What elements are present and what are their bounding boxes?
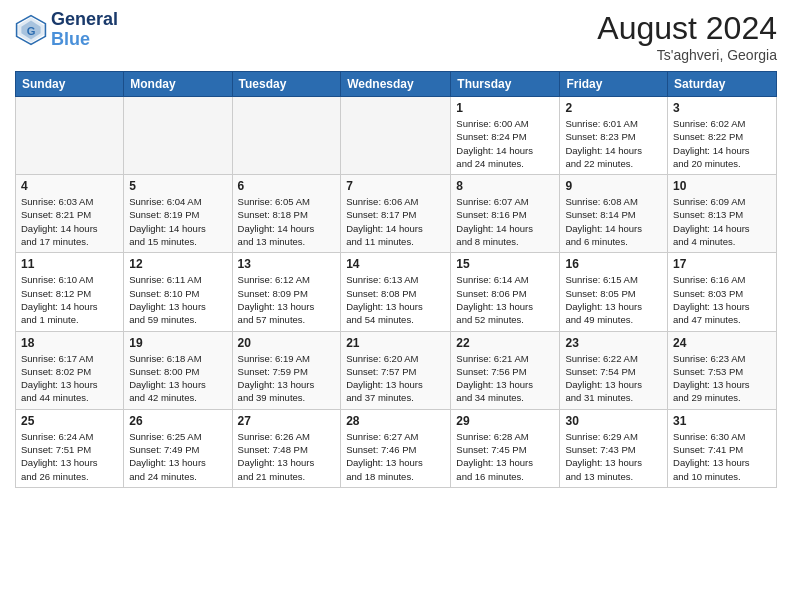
calendar-week-4: 18Sunrise: 6:17 AM Sunset: 8:02 PM Dayli… bbox=[16, 331, 777, 409]
calendar-cell: 19Sunrise: 6:18 AM Sunset: 8:00 PM Dayli… bbox=[124, 331, 232, 409]
day-info: Sunrise: 6:21 AM Sunset: 7:56 PM Dayligh… bbox=[456, 352, 554, 405]
calendar-week-2: 4Sunrise: 6:03 AM Sunset: 8:21 PM Daylig… bbox=[16, 175, 777, 253]
day-info: Sunrise: 6:23 AM Sunset: 7:53 PM Dayligh… bbox=[673, 352, 771, 405]
calendar-cell: 21Sunrise: 6:20 AM Sunset: 7:57 PM Dayli… bbox=[341, 331, 451, 409]
day-number: 15 bbox=[456, 257, 554, 271]
day-number: 31 bbox=[673, 414, 771, 428]
day-number: 18 bbox=[21, 336, 118, 350]
day-number: 5 bbox=[129, 179, 226, 193]
day-info: Sunrise: 6:05 AM Sunset: 8:18 PM Dayligh… bbox=[238, 195, 336, 248]
calendar-cell: 4Sunrise: 6:03 AM Sunset: 8:21 PM Daylig… bbox=[16, 175, 124, 253]
day-number: 2 bbox=[565, 101, 662, 115]
calendar-header-sunday: Sunday bbox=[16, 72, 124, 97]
day-info: Sunrise: 6:03 AM Sunset: 8:21 PM Dayligh… bbox=[21, 195, 118, 248]
day-info: Sunrise: 6:15 AM Sunset: 8:05 PM Dayligh… bbox=[565, 273, 662, 326]
page: G General Blue August 2024 Ts'aghveri, G… bbox=[0, 0, 792, 612]
logo-icon: G bbox=[15, 14, 47, 46]
day-info: Sunrise: 6:09 AM Sunset: 8:13 PM Dayligh… bbox=[673, 195, 771, 248]
day-info: Sunrise: 6:28 AM Sunset: 7:45 PM Dayligh… bbox=[456, 430, 554, 483]
calendar-header-saturday: Saturday bbox=[668, 72, 777, 97]
calendar-cell: 16Sunrise: 6:15 AM Sunset: 8:05 PM Dayli… bbox=[560, 253, 668, 331]
calendar-cell: 13Sunrise: 6:12 AM Sunset: 8:09 PM Dayli… bbox=[232, 253, 341, 331]
header: G General Blue August 2024 Ts'aghveri, G… bbox=[15, 10, 777, 63]
calendar-cell: 12Sunrise: 6:11 AM Sunset: 8:10 PM Dayli… bbox=[124, 253, 232, 331]
day-number: 22 bbox=[456, 336, 554, 350]
day-number: 7 bbox=[346, 179, 445, 193]
calendar-cell: 31Sunrise: 6:30 AM Sunset: 7:41 PM Dayli… bbox=[668, 409, 777, 487]
svg-text:G: G bbox=[27, 25, 36, 37]
day-info: Sunrise: 6:29 AM Sunset: 7:43 PM Dayligh… bbox=[565, 430, 662, 483]
calendar-week-5: 25Sunrise: 6:24 AM Sunset: 7:51 PM Dayli… bbox=[16, 409, 777, 487]
calendar-cell: 23Sunrise: 6:22 AM Sunset: 7:54 PM Dayli… bbox=[560, 331, 668, 409]
calendar-cell: 22Sunrise: 6:21 AM Sunset: 7:56 PM Dayli… bbox=[451, 331, 560, 409]
location: Ts'aghveri, Georgia bbox=[597, 47, 777, 63]
calendar-cell: 9Sunrise: 6:08 AM Sunset: 8:14 PM Daylig… bbox=[560, 175, 668, 253]
day-info: Sunrise: 6:08 AM Sunset: 8:14 PM Dayligh… bbox=[565, 195, 662, 248]
day-info: Sunrise: 6:30 AM Sunset: 7:41 PM Dayligh… bbox=[673, 430, 771, 483]
calendar-cell bbox=[341, 97, 451, 175]
calendar-cell: 27Sunrise: 6:26 AM Sunset: 7:48 PM Dayli… bbox=[232, 409, 341, 487]
day-number: 21 bbox=[346, 336, 445, 350]
calendar-cell: 15Sunrise: 6:14 AM Sunset: 8:06 PM Dayli… bbox=[451, 253, 560, 331]
day-number: 28 bbox=[346, 414, 445, 428]
day-number: 25 bbox=[21, 414, 118, 428]
day-info: Sunrise: 6:12 AM Sunset: 8:09 PM Dayligh… bbox=[238, 273, 336, 326]
day-info: Sunrise: 6:25 AM Sunset: 7:49 PM Dayligh… bbox=[129, 430, 226, 483]
calendar-cell: 24Sunrise: 6:23 AM Sunset: 7:53 PM Dayli… bbox=[668, 331, 777, 409]
day-info: Sunrise: 6:18 AM Sunset: 8:00 PM Dayligh… bbox=[129, 352, 226, 405]
calendar-header-row: SundayMondayTuesdayWednesdayThursdayFrid… bbox=[16, 72, 777, 97]
day-number: 11 bbox=[21, 257, 118, 271]
month-year: August 2024 bbox=[597, 10, 777, 47]
day-number: 14 bbox=[346, 257, 445, 271]
day-info: Sunrise: 6:14 AM Sunset: 8:06 PM Dayligh… bbox=[456, 273, 554, 326]
day-number: 1 bbox=[456, 101, 554, 115]
day-number: 23 bbox=[565, 336, 662, 350]
day-number: 9 bbox=[565, 179, 662, 193]
day-number: 20 bbox=[238, 336, 336, 350]
day-info: Sunrise: 6:10 AM Sunset: 8:12 PM Dayligh… bbox=[21, 273, 118, 326]
calendar-week-1: 1Sunrise: 6:00 AM Sunset: 8:24 PM Daylig… bbox=[16, 97, 777, 175]
day-info: Sunrise: 6:06 AM Sunset: 8:17 PM Dayligh… bbox=[346, 195, 445, 248]
calendar-cell: 2Sunrise: 6:01 AM Sunset: 8:23 PM Daylig… bbox=[560, 97, 668, 175]
day-info: Sunrise: 6:20 AM Sunset: 7:57 PM Dayligh… bbox=[346, 352, 445, 405]
day-number: 16 bbox=[565, 257, 662, 271]
logo-text: General Blue bbox=[51, 10, 118, 50]
logo: G General Blue bbox=[15, 10, 118, 50]
day-number: 24 bbox=[673, 336, 771, 350]
calendar-cell: 11Sunrise: 6:10 AM Sunset: 8:12 PM Dayli… bbox=[16, 253, 124, 331]
day-number: 10 bbox=[673, 179, 771, 193]
calendar-cell: 29Sunrise: 6:28 AM Sunset: 7:45 PM Dayli… bbox=[451, 409, 560, 487]
day-number: 3 bbox=[673, 101, 771, 115]
calendar-cell: 14Sunrise: 6:13 AM Sunset: 8:08 PM Dayli… bbox=[341, 253, 451, 331]
calendar-cell: 25Sunrise: 6:24 AM Sunset: 7:51 PM Dayli… bbox=[16, 409, 124, 487]
calendar-header-friday: Friday bbox=[560, 72, 668, 97]
day-number: 26 bbox=[129, 414, 226, 428]
calendar-week-3: 11Sunrise: 6:10 AM Sunset: 8:12 PM Dayli… bbox=[16, 253, 777, 331]
day-number: 8 bbox=[456, 179, 554, 193]
day-number: 29 bbox=[456, 414, 554, 428]
day-number: 17 bbox=[673, 257, 771, 271]
day-number: 12 bbox=[129, 257, 226, 271]
calendar-cell: 7Sunrise: 6:06 AM Sunset: 8:17 PM Daylig… bbox=[341, 175, 451, 253]
day-info: Sunrise: 6:16 AM Sunset: 8:03 PM Dayligh… bbox=[673, 273, 771, 326]
day-info: Sunrise: 6:22 AM Sunset: 7:54 PM Dayligh… bbox=[565, 352, 662, 405]
calendar-cell: 18Sunrise: 6:17 AM Sunset: 8:02 PM Dayli… bbox=[16, 331, 124, 409]
day-info: Sunrise: 6:17 AM Sunset: 8:02 PM Dayligh… bbox=[21, 352, 118, 405]
day-number: 27 bbox=[238, 414, 336, 428]
title-block: August 2024 Ts'aghveri, Georgia bbox=[597, 10, 777, 63]
day-info: Sunrise: 6:27 AM Sunset: 7:46 PM Dayligh… bbox=[346, 430, 445, 483]
calendar-cell bbox=[232, 97, 341, 175]
calendar-cell: 8Sunrise: 6:07 AM Sunset: 8:16 PM Daylig… bbox=[451, 175, 560, 253]
calendar-cell: 6Sunrise: 6:05 AM Sunset: 8:18 PM Daylig… bbox=[232, 175, 341, 253]
day-info: Sunrise: 6:13 AM Sunset: 8:08 PM Dayligh… bbox=[346, 273, 445, 326]
calendar-cell bbox=[124, 97, 232, 175]
day-info: Sunrise: 6:01 AM Sunset: 8:23 PM Dayligh… bbox=[565, 117, 662, 170]
calendar: SundayMondayTuesdayWednesdayThursdayFrid… bbox=[15, 71, 777, 488]
day-info: Sunrise: 6:00 AM Sunset: 8:24 PM Dayligh… bbox=[456, 117, 554, 170]
day-info: Sunrise: 6:24 AM Sunset: 7:51 PM Dayligh… bbox=[21, 430, 118, 483]
calendar-cell: 5Sunrise: 6:04 AM Sunset: 8:19 PM Daylig… bbox=[124, 175, 232, 253]
day-info: Sunrise: 6:07 AM Sunset: 8:16 PM Dayligh… bbox=[456, 195, 554, 248]
calendar-cell: 1Sunrise: 6:00 AM Sunset: 8:24 PM Daylig… bbox=[451, 97, 560, 175]
calendar-cell: 10Sunrise: 6:09 AM Sunset: 8:13 PM Dayli… bbox=[668, 175, 777, 253]
calendar-cell: 20Sunrise: 6:19 AM Sunset: 7:59 PM Dayli… bbox=[232, 331, 341, 409]
